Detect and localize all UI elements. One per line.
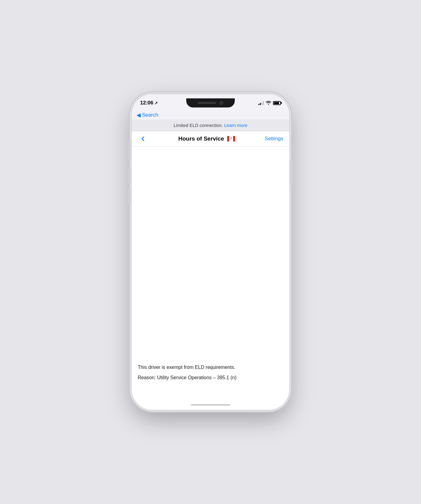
home-indicator	[132, 400, 289, 410]
signal-bar-2	[260, 103, 261, 105]
nav-back-button[interactable]	[138, 135, 149, 142]
canada-flag-wrapper	[227, 136, 235, 141]
reason-text: Reason: Utility Service Operations – 395…	[138, 374, 283, 381]
status-time: 12:06 ↗	[140, 100, 158, 106]
canada-flag-icon	[227, 136, 235, 141]
signal-bar-4	[263, 101, 264, 105]
signal-bar-1	[258, 104, 259, 105]
svg-rect-2	[233, 136, 235, 141]
nav-back-row: ◀ Search	[132, 109, 289, 120]
phone-frame: 12:06 ↗	[132, 94, 289, 410]
phone-screen: 12:06 ↗	[132, 94, 289, 410]
learn-more-link[interactable]: Learn more	[224, 123, 248, 128]
exempt-section: This driver is exempt from ELD requireme…	[138, 364, 283, 381]
svg-rect-1	[227, 136, 229, 141]
signal-bar-3	[261, 102, 262, 105]
back-arrow-icon[interactable]: ◀	[136, 112, 141, 118]
status-bar: 12:06 ↗	[132, 94, 289, 109]
nav-bar: Hours of Service	[132, 131, 289, 147]
battery-icon	[273, 101, 281, 105]
page-title: Hours of Service	[178, 135, 235, 142]
exempt-text: This driver is exempt from ELD requireme…	[138, 364, 283, 371]
settings-button[interactable]: Settings	[265, 136, 283, 142]
signal-bars	[258, 101, 264, 105]
banner-text: Limited ELD connection.	[173, 123, 223, 128]
eld-banner: Limited ELD connection. Learn more	[132, 120, 289, 131]
phone-content: ◀ Search Limited ELD connection. Learn m…	[132, 109, 289, 410]
location-icon: ↗	[154, 101, 158, 105]
back-label[interactable]: Search	[142, 112, 158, 118]
main-content-area: This driver is exempt from ELD requireme…	[132, 147, 289, 400]
home-indicator-bar	[191, 404, 230, 406]
battery-fill	[274, 102, 279, 104]
status-icons	[258, 100, 281, 106]
page-title-text: Hours of Service	[178, 135, 224, 142]
time-display: 12:06	[140, 100, 153, 106]
svg-rect-4	[231, 138, 231, 140]
wifi-icon	[266, 100, 271, 106]
